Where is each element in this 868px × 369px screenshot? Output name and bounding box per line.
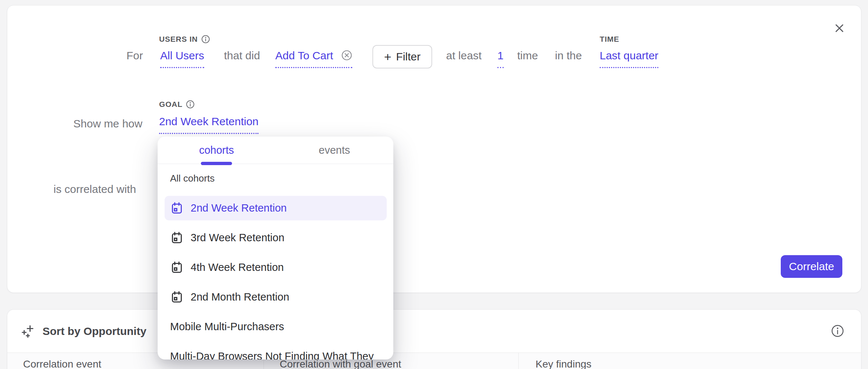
cohort-list-item[interactable]: 3rd Week Retention <box>165 225 387 250</box>
cohort-item-label: 2nd Month Retention <box>191 291 289 303</box>
time-word: time <box>517 49 538 62</box>
that-did-word: that did <box>224 49 260 62</box>
calendar-icon <box>171 232 183 244</box>
show-me-how-word: Show me how <box>73 117 142 130</box>
plus-icon: + <box>384 51 391 62</box>
calendar-icon <box>171 202 183 214</box>
goal-selector[interactable]: 2nd Week Retention <box>159 115 258 134</box>
column-header-correlation-event: Correlation event <box>23 358 101 369</box>
goal-label: GOAL <box>159 100 195 109</box>
results-card: Sort by Opportunity Correlation event Co… <box>7 309 861 369</box>
dropdown-tabs: cohorts events <box>158 137 393 164</box>
column-header-correlation-with-goal: Correlation with goal event <box>280 358 401 369</box>
sort-by-opportunity-button[interactable]: Sort by Opportunity <box>21 320 146 342</box>
is-correlated-with-word: is correlated with <box>54 183 136 196</box>
cohort-item-label: Mobile Multi-Purchasers <box>170 321 284 333</box>
calendar-icon <box>171 261 183 273</box>
time-range-selector[interactable]: Last quarter <box>600 49 658 68</box>
cohort-list-item[interactable]: 4th Week Retention <box>165 255 387 280</box>
cohort-section-label: All cohorts <box>170 173 214 184</box>
event-selector[interactable]: Add To Cart <box>275 49 352 68</box>
in-the-word: in the <box>555 49 582 62</box>
query-builder-card: For USERS IN All Users that did Add To C… <box>7 5 861 293</box>
count-selector[interactable]: 1 <box>497 49 504 68</box>
active-tab-indicator <box>201 162 232 165</box>
column-divider <box>518 353 519 369</box>
cohort-item-label: 4th Week Retention <box>191 261 284 273</box>
info-icon[interactable] <box>186 100 195 109</box>
close-icon[interactable] <box>832 21 847 36</box>
cohort-item-label: 3rd Week Retention <box>191 232 284 244</box>
cohort-dropdown-panel: cohorts events All cohorts 2nd Week Rete… <box>158 137 393 359</box>
tab-events[interactable]: events <box>276 137 394 164</box>
tab-cohorts[interactable]: cohorts <box>158 137 276 164</box>
users-selector[interactable]: All Users <box>160 49 204 68</box>
cohort-item-label: 2nd Week Retention <box>191 202 287 214</box>
info-icon[interactable] <box>831 324 844 338</box>
cohort-list-item[interactable]: 2nd Month Retention <box>165 285 387 309</box>
remove-event-icon[interactable] <box>341 50 352 61</box>
calendar-icon <box>171 291 183 303</box>
at-least-word: at least <box>446 49 482 62</box>
users-in-label: USERS IN <box>159 35 210 44</box>
time-label: TIME <box>600 35 619 44</box>
column-header-key-findings: Key findings <box>536 358 592 369</box>
info-icon[interactable] <box>201 35 210 44</box>
cohort-list-item[interactable]: Multi-Day Browsers Not Finding What They <box>165 344 387 359</box>
add-filter-button[interactable]: + Filter <box>372 45 432 68</box>
for-word: For <box>126 49 143 62</box>
cohort-item-label: Multi-Day Browsers Not Finding What They <box>170 350 374 359</box>
opportunity-sparkle-icon <box>21 324 35 338</box>
table-header-row: Correlation event Correlation with goal … <box>7 353 861 369</box>
cohort-list-item[interactable]: Mobile Multi-Purchasers <box>165 314 387 339</box>
cohort-list-item[interactable]: 2nd Week Retention <box>165 196 387 220</box>
correlate-button[interactable]: Correlate <box>781 255 842 278</box>
